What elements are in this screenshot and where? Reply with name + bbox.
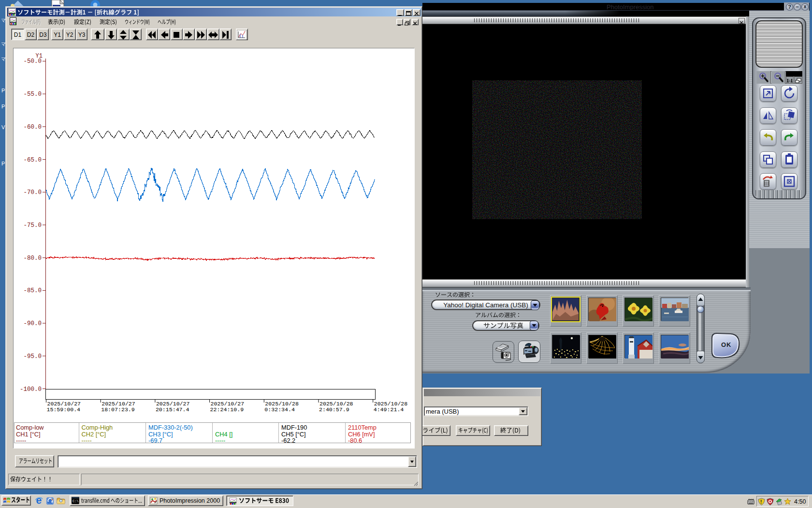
svg-text:2:40:57.9: 2:40:57.9 — [319, 406, 349, 413]
svg-text:18:07:23.9: 18:07:23.9 — [101, 406, 135, 413]
svg-text:-100.0: -100.0 — [20, 386, 42, 393]
svg-text:-60.0: -60.0 — [23, 124, 42, 131]
svg-text:15:59:00.4: 15:59:00.4 — [47, 406, 81, 413]
svg-text:-75.0: -75.0 — [23, 222, 42, 229]
svg-text:-55.0: -55.0 — [23, 91, 42, 98]
svg-text:!: ! — [760, 499, 762, 505]
svg-text:-95.0: -95.0 — [23, 353, 42, 360]
svg-text:0:32:34.4: 0:32:34.4 — [264, 406, 295, 413]
svg-text:-65.0: -65.0 — [23, 157, 42, 164]
svg-text:-85.0: -85.0 — [23, 287, 42, 294]
svg-text:OK: OK — [721, 341, 732, 348]
svg-text:-50.0: -50.0 — [23, 58, 42, 65]
svg-text:-80.0: -80.0 — [23, 255, 42, 262]
svg-text:-90.0: -90.0 — [23, 320, 42, 327]
svg-text:4:49:21.4: 4:49:21.4 — [374, 406, 404, 413]
svg-text:C:\: C:\ — [72, 499, 79, 503]
svg-text:22:24:10.9: 22:24:10.9 — [210, 406, 244, 413]
svg-text:20:15:47.4: 20:15:47.4 — [156, 406, 189, 413]
svg-text:-70.0: -70.0 — [23, 189, 42, 196]
